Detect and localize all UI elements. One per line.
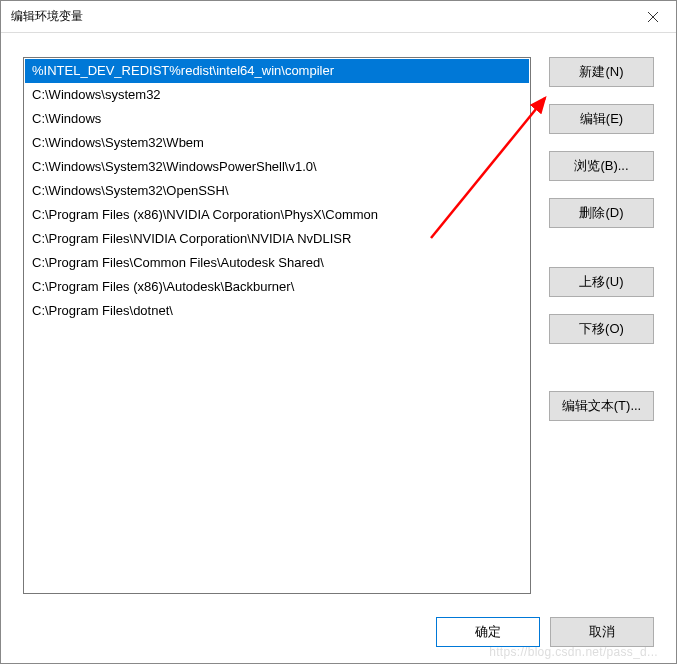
path-listbox[interactable]: %INTEL_DEV_REDIST%redist\intel64_win\com… — [23, 57, 531, 594]
title-bar: 编辑环境变量 — [1, 1, 676, 33]
dialog-title: 编辑环境变量 — [11, 8, 83, 25]
move-up-button[interactable]: 上移(U) — [549, 267, 654, 297]
delete-button[interactable]: 删除(D) — [549, 198, 654, 228]
list-item[interactable]: C:\Windows — [25, 107, 529, 131]
edit-text-button[interactable]: 编辑文本(T)... — [549, 391, 654, 421]
list-item[interactable]: C:\Program Files\dotnet\ — [25, 299, 529, 323]
edit-button[interactable]: 编辑(E) — [549, 104, 654, 134]
new-button[interactable]: 新建(N) — [549, 57, 654, 87]
list-item[interactable]: C:\Program Files (x86)\Autodesk\Backburn… — [25, 275, 529, 299]
cancel-button[interactable]: 取消 — [550, 617, 654, 647]
close-icon — [648, 12, 658, 22]
list-item[interactable]: C:\Windows\system32 — [25, 83, 529, 107]
list-item[interactable]: C:\Program Files (x86)\NVIDIA Corporatio… — [25, 203, 529, 227]
list-item[interactable]: C:\Program Files\Common Files\Autodesk S… — [25, 251, 529, 275]
move-down-button[interactable]: 下移(O) — [549, 314, 654, 344]
button-column: 新建(N) 编辑(E) 浏览(B)... 删除(D) 上移(U) 下移(O) 编… — [549, 57, 654, 607]
browse-button[interactable]: 浏览(B)... — [549, 151, 654, 181]
close-button[interactable] — [630, 1, 676, 33]
list-item[interactable]: %INTEL_DEV_REDIST%redist\intel64_win\com… — [25, 59, 529, 83]
bottom-button-row: 确定 取消 — [436, 617, 654, 647]
list-item[interactable]: C:\Windows\System32\WindowsPowerShell\v1… — [25, 155, 529, 179]
ok-button[interactable]: 确定 — [436, 617, 540, 647]
list-item[interactable]: C:\Windows\System32\Wbem — [25, 131, 529, 155]
list-item[interactable]: C:\Windows\System32\OpenSSH\ — [25, 179, 529, 203]
list-item[interactable]: C:\Program Files\NVIDIA Corporation\NVID… — [25, 227, 529, 251]
dialog-content: %INTEL_DEV_REDIST%redist\intel64_win\com… — [1, 33, 676, 663]
